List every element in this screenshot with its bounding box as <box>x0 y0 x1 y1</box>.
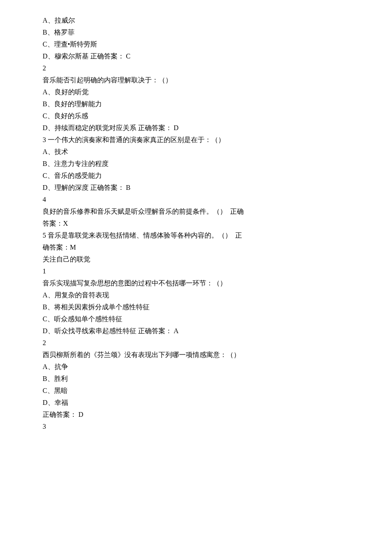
text-line: 音乐能否引起明确的内容理解取决于：（） <box>43 74 349 86</box>
text-line: D、幸福 <box>43 397 349 409</box>
text-line: 3 一个伟大的演奏家和普通的演奏家真正的区别是在于：（） <box>43 134 349 146</box>
text-line: 良好的音乐修养和音乐天赋是听众理解音乐的前提条件。（） 正确 <box>43 206 349 218</box>
text-line: 3 <box>43 421 349 433</box>
text-line: B、格罗菲 <box>43 26 349 38</box>
text-line: 答案：X <box>43 218 349 230</box>
text-line: B、良好的理解能力 <box>43 98 349 110</box>
text-line: C、黑暗 <box>43 385 349 397</box>
text-line: C、理查•斯特劳斯 <box>43 38 349 50</box>
text-line: 1 <box>43 265 349 277</box>
document-page: A、拉威尔 B、格罗菲 C、理查•斯特劳斯 D、穆索尔斯基 正确答案： C 2 … <box>0 0 392 555</box>
text-line: A、技术 <box>43 146 349 158</box>
text-line: A、用复杂的音符表现 <box>43 289 349 301</box>
text-line: C、音乐的感受能力 <box>43 170 349 182</box>
text-line: B、将相关因素拆分成单个感性特征 <box>43 301 349 313</box>
text-line: 西贝柳斯所着的《芬兰颂》没有表现出下列哪一项情感寓意：（） <box>43 349 349 361</box>
text-line: 2 <box>43 62 349 74</box>
text-line: D、持续而稳定的联觉对应关系 正确答案： D <box>43 122 349 134</box>
text-line: A、良好的听觉 <box>43 86 349 98</box>
text-line: D、穆索尔斯基 正确答案： C <box>43 50 349 62</box>
text-line: 关注自己的联觉 <box>43 253 349 265</box>
text-line: C、听众感知单个感性特征 <box>43 313 349 325</box>
text-line: 正确答案： D <box>43 409 349 421</box>
text-line: 确答案：M <box>43 241 349 253</box>
text-line: B、胜利 <box>43 373 349 385</box>
text-line: 音乐实现描写复杂思想的意图的过程中不包括哪一环节：（） <box>43 277 349 289</box>
text-line: 5 音乐是靠联觉来表现包括情绪、情感体验等各种内容的。（） 正 <box>43 230 349 241</box>
text-line: D、听众找寻线索串起感性特征 正确答案： A <box>43 325 349 337</box>
text-line: C、良好的乐感 <box>43 110 349 122</box>
text-line: 2 <box>43 337 349 349</box>
text-line: 4 <box>43 194 349 206</box>
text-line: A、拉威尔 <box>43 15 349 26</box>
text-line: D、理解的深度 正确答案： B <box>43 182 349 194</box>
text-line: B、注意力专注的程度 <box>43 158 349 170</box>
text-line: A、抗争 <box>43 361 349 373</box>
